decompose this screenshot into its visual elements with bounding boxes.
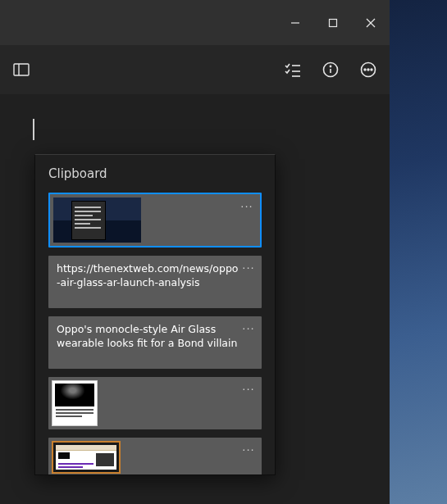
clipboard-item-text: Oppo's monocle-style Air Glass wearable … <box>57 323 239 351</box>
svg-point-14 <box>367 69 369 70</box>
svg-point-15 <box>371 69 372 70</box>
app-window: Clipboard ··· https://thenextweb.com/new… <box>0 0 390 504</box>
svg-point-13 <box>364 69 366 70</box>
close-icon <box>366 18 376 28</box>
checklist-icon <box>285 62 301 77</box>
more-button[interactable] <box>358 60 378 79</box>
clipboard-item-more-button[interactable]: ··· <box>240 443 257 459</box>
clipboard-item-text: https://thenextweb.com/news/oppo-air-gla… <box>57 262 239 290</box>
titlebar <box>0 0 390 45</box>
clipboard-item[interactable]: ··· <box>48 193 262 247</box>
minimize-icon <box>290 18 300 28</box>
clipboard-image-thumb <box>52 441 121 474</box>
close-button[interactable] <box>352 7 390 39</box>
clipboard-item[interactable]: https://thenextweb.com/news/oppo-air-gla… <box>48 256 262 308</box>
sidebar-icon <box>13 63 30 76</box>
clipboard-item[interactable]: ··· <box>48 377 262 429</box>
clipboard-panel: Clipboard ··· https://thenextweb.com/new… <box>34 154 276 475</box>
maximize-icon <box>328 18 338 28</box>
svg-point-11 <box>330 66 331 66</box>
maximize-button[interactable] <box>314 7 352 39</box>
toolbar <box>0 45 390 94</box>
svg-rect-1 <box>330 19 337 26</box>
clipboard-item-more-button[interactable]: ··· <box>240 261 257 277</box>
minimize-button[interactable] <box>276 7 314 39</box>
clipboard-item-more-button[interactable]: ··· <box>239 199 255 216</box>
clipboard-item[interactable]: ··· <box>48 438 262 475</box>
info-button[interactable] <box>321 60 340 79</box>
text-cursor <box>33 119 34 140</box>
clipboard-title: Clipboard <box>48 166 262 181</box>
clipboard-image-thumb <box>52 380 98 426</box>
clipboard-item-more-button[interactable]: ··· <box>240 321 257 338</box>
more-icon <box>360 61 376 78</box>
info-icon <box>322 61 339 78</box>
clipboard-item[interactable]: Oppo's monocle-style Air Glass wearable … <box>48 316 262 369</box>
svg-rect-4 <box>14 64 29 75</box>
clipboard-image-thumb <box>53 198 141 243</box>
sidebar-toggle-button[interactable] <box>11 60 31 79</box>
checklist-button[interactable] <box>283 60 303 79</box>
clipboard-item-more-button[interactable]: ··· <box>240 382 257 398</box>
